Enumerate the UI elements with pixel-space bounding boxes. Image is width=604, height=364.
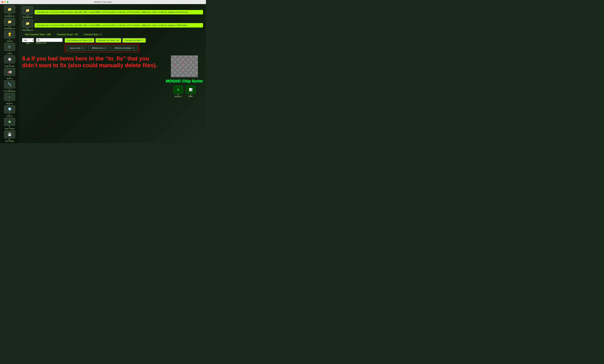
jpegimages-path-display: /Volumes/One Touch/CustomDroneVideo_mp4/…: [35, 23, 203, 27]
annos-to-fix-button[interactable]: Annos to fix = 1: [66, 45, 87, 51]
x-box-icon: ✖: [8, 120, 11, 124]
svg-rect-77: [192, 72, 195, 74]
svg-rect-15: [182, 58, 184, 61]
svg-rect-12: [174, 58, 176, 61]
sidebar-item-7[interactable]: ↔ 7.Merge Fix: [1, 93, 18, 104]
load-df-button[interactable]: 🛒: [4, 43, 15, 51]
svg-rect-19: [192, 58, 195, 61]
svg-rect-1: [171, 56, 174, 58]
sidebar-item-2[interactable]: 👷 2.Create df: [1, 30, 18, 42]
traffic-lights: [1, 1, 9, 3]
svg-rect-85: [187, 74, 190, 77]
svg-rect-33: [195, 61, 198, 63]
svg-rect-55: [190, 66, 192, 69]
move-fix-button[interactable]: 🚛: [4, 68, 15, 76]
svg-rect-52: [184, 66, 187, 69]
svg-rect-22: [174, 61, 176, 63]
sidebar-item-1b[interactable]: 📁 1.bJPEGImages dir: [1, 18, 18, 29]
sidebar-item-6[interactable]: 🔧 6.Fix w/ labelImg.py: [1, 80, 18, 92]
svg-rect-6: [184, 56, 187, 58]
svg-rect-30: [190, 61, 192, 63]
svg-rect-78: [195, 72, 198, 74]
sidebar-item-10[interactable]: 💾 10.Save Settings: [1, 130, 18, 142]
svg-rect-44: [192, 63, 195, 66]
svg-rect-60: [176, 69, 179, 72]
sidebar-item-4[interactable]: 🔲 4.Analyze Mosaic: [1, 55, 18, 67]
svg-rect-8: [190, 56, 192, 58]
umap-item: 📊 11.UMAP: [186, 86, 196, 97]
create-df-button[interactable]: 👷: [4, 30, 15, 38]
jpegimages-folder-button[interactable]: 📁: [22, 19, 33, 27]
annotations-dir-button[interactable]: 📁: [4, 5, 15, 13]
grid-icon: 🔲: [8, 58, 12, 61]
target-select[interactable]: car person truck: [22, 38, 34, 42]
svg-rect-88: [195, 74, 198, 77]
svg-rect-58: [171, 69, 174, 72]
svg-rect-83: [182, 74, 184, 77]
controls-section: car person truck target MOSAIC_NUM Not C…: [22, 38, 203, 52]
svg-rect-20: [195, 58, 198, 61]
diamond-icon: 💎: [8, 108, 12, 111]
svg-rect-10: [195, 56, 198, 58]
sidebar-label-10: 10.Save Settings: [5, 139, 14, 142]
jpegs-to-fix-button[interactable]: JPEGS to fix = 1: [88, 45, 110, 51]
svg-rect-59: [174, 69, 176, 72]
sidebar-item-1a[interactable]: 📁 1.aAnnotations dir: [1, 5, 18, 17]
svg-rect-41: [184, 63, 187, 66]
svg-rect-69: [171, 72, 174, 74]
clear-checked-button[interactable]: ✖: [4, 118, 15, 126]
maximize-button[interactable]: [7, 1, 9, 3]
svg-rect-71: [176, 72, 179, 74]
svg-rect-7: [187, 56, 190, 58]
svg-rect-66: [190, 69, 192, 72]
svg-rect-47: [174, 66, 176, 69]
fix-labelimg-button[interactable]: 🔧: [4, 80, 15, 88]
annotations-path-row: 📁 1.aAnnotations dir /Volumes/One Touch/…: [22, 6, 203, 18]
jpegs-to-fix-bbox-button[interactable]: JPEGS to fix bbox = 1: [111, 45, 138, 51]
svg-rect-9: [192, 56, 195, 58]
annotations-folder-button[interactable]: 📁: [22, 6, 33, 14]
folder-icon-2: 📁: [8, 20, 12, 24]
breakup-df-button[interactable]: ⚙: [174, 86, 183, 94]
svg-rect-56: [192, 66, 195, 69]
truck-icon: 🚛: [8, 70, 12, 74]
not-checked-total-stat: Not Checked Total = 266: [25, 33, 51, 36]
title-bar: MOSAIC Chip Sorter: [0, 0, 206, 4]
umap-button[interactable]: 📊: [186, 86, 196, 94]
target-container: car person truck target: [22, 38, 34, 44]
jpegimages-dir-button[interactable]: 📁: [4, 18, 15, 26]
merge-fix-button[interactable]: ↔: [4, 93, 15, 101]
svg-text:✕: ✕: [182, 64, 184, 66]
bottom-content: 8.a If you had items here in the “to_fix…: [22, 55, 203, 141]
mosaic-preview-area: // Will be rendered inline: [166, 55, 203, 141]
svg-rect-42: [187, 63, 190, 66]
svg-text:✕: ✕: [188, 61, 189, 63]
sidebar-item-5[interactable]: 🚛 5.Move Fix: [1, 68, 18, 79]
sidebar-label-1a: 1.aAnnotations dir: [5, 14, 14, 17]
fix-buttons-row: Annos to fix = 1 JPEGS to fix = 1 JPEGS …: [65, 44, 139, 52]
umap-label: 11.UMAP: [189, 94, 193, 97]
svg-rect-34: [171, 63, 174, 66]
analyze-mosaic-button[interactable]: 🔲: [4, 55, 15, 63]
svg-rect-72: [179, 72, 182, 74]
svg-rect-50: [179, 66, 182, 69]
sidebar-label-4: 4.Analyze Mosaic: [4, 64, 15, 67]
checked-good-car-button[interactable]: Checked 'car' Good = 49: [95, 38, 121, 43]
svg-text:✕: ✕: [193, 61, 194, 63]
save-settings-button[interactable]: 💾: [4, 130, 15, 138]
sidebar-item-9[interactable]: ✖ 9.Clear Checked: [1, 118, 18, 129]
sidebar-label-6: 6.Fix w/ labelImg.py: [4, 89, 15, 92]
close-button[interactable]: [1, 1, 3, 3]
folder-icon: 📁: [8, 8, 12, 11]
content-area: 📁 1.aAnnotations dir /Volumes/One Touch/…: [19, 4, 206, 143]
clear-fix-button[interactable]: 💎: [4, 105, 15, 113]
minimize-button[interactable]: [4, 1, 6, 3]
checked-bad-car-button[interactable]: Checked 'car' Bad = 1: [122, 38, 146, 43]
sidebar-item-8[interactable]: 💎 8.Clear Fix: [1, 105, 18, 117]
not-checked-car-button[interactable]: Not Checked 'car' Total = 236: [65, 38, 94, 43]
mosaic-num-input[interactable]: [36, 38, 63, 42]
sidebar-item-3[interactable]: 🛒 3.Load df: [1, 43, 18, 54]
sidebar: 📁 1.aAnnotations dir 📁 1.bJPEGImages dir…: [0, 4, 19, 143]
svg-rect-27: [184, 61, 187, 63]
svg-rect-61: [179, 69, 182, 72]
